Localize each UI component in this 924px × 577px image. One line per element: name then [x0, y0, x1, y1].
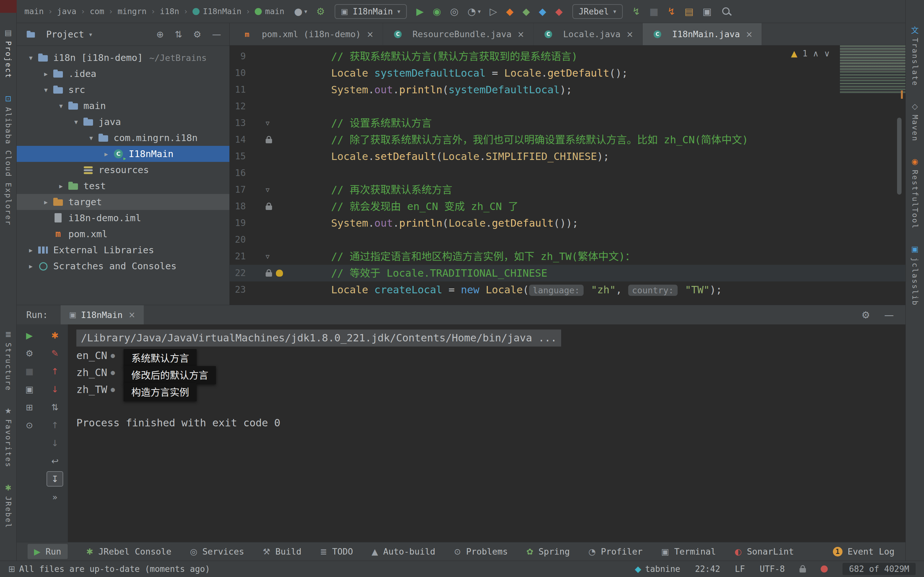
code-minimap[interactable] [840, 45, 905, 93]
toolwindow-event-log[interactable]: 1Event Log [833, 546, 895, 556]
tree-toggle-icon[interactable]: ▾ [69, 118, 82, 126]
run-settings-icon[interactable]: ⚙ [21, 346, 38, 361]
user-menu-icon[interactable]: ●▾ [294, 6, 307, 17]
chevron-down-icon[interactable]: ▾ [89, 31, 92, 38]
stop-icon[interactable]: ■ [21, 364, 38, 379]
line-number[interactable]: 21 [230, 248, 248, 265]
tree-toggle-icon[interactable]: ▾ [39, 86, 52, 94]
tab-pom-xml-i18n-demo[interactable]: pom.xml (i18n-demo)× [232, 23, 383, 45]
tree-item-resources[interactable]: resources [17, 162, 229, 178]
settings-icon[interactable]: ⚙ [193, 29, 201, 40]
close-icon[interactable]: × [517, 29, 525, 39]
open-project-icon[interactable]: ▤ [684, 6, 693, 17]
pin-icon[interactable]: ⊙ [21, 417, 38, 433]
tree-toggle-icon[interactable]: ▸ [24, 262, 37, 270]
jrebel-combo[interactable]: JRebel ▾ [572, 4, 623, 19]
line-number[interactable]: 14 [230, 131, 248, 148]
tab-locale-java[interactable]: Locale.java× [533, 23, 643, 45]
scroll-to-end-icon[interactable]: ↧ [47, 471, 63, 487]
down-stack-icon[interactable]: ↓ [47, 382, 63, 397]
tree-toggle-icon[interactable]: ▾ [85, 134, 97, 142]
jrebel-remote-run-icon[interactable]: ◆ [539, 6, 546, 17]
layout-icon[interactable]: ⊞ [21, 400, 38, 415]
line-number[interactable]: 15 [230, 148, 248, 165]
stripe-button-structure[interactable]: ≣Structure [3, 329, 13, 392]
line-number[interactable]: 9 [230, 48, 248, 65]
stripe-button-translate[interactable]: 文Translate [910, 24, 920, 87]
profiler-icon[interactable]: ◔▾ [467, 6, 481, 17]
close-icon[interactable]: × [746, 29, 753, 39]
stripe-button-jrebel[interactable]: ✱JRebel [3, 483, 13, 529]
tree-toggle-icon[interactable]: ▸ [24, 246, 37, 254]
capture-icon[interactable]: ▣ [21, 382, 38, 397]
code-editor[interactable]: 9// 获取系统默认方言(默认方言获取到的是系统语言)10Locale syst… [230, 45, 905, 305]
tab-i18nmain-java[interactable]: I18nMain.java× [643, 23, 762, 45]
line-number[interactable]: 16 [230, 165, 248, 181]
code-text[interactable]: Locale.setDefault(Locale.SIMPLIFIED_CHIN… [299, 148, 609, 165]
tree-toggle-icon[interactable]: ▸ [39, 70, 52, 78]
run-settings-icon[interactable]: ⚙ [861, 309, 870, 321]
breadcrumb-java[interactable]: java [57, 7, 76, 16]
line-number[interactable]: 19 [230, 215, 248, 231]
code-text[interactable]: Locale createLocal = new Locale(language… [299, 282, 722, 298]
close-icon[interactable]: × [128, 310, 136, 319]
line-number[interactable]: 11 [230, 81, 248, 98]
breadcrumb-main[interactable]: main [24, 7, 44, 16]
toolwindow-terminal[interactable]: ▣Terminal [661, 546, 716, 556]
toolwindow-run[interactable]: ▶Run [27, 544, 68, 559]
sonarlint-status-icon[interactable] [821, 566, 828, 572]
up-stack-icon[interactable]: ↑ [47, 364, 63, 379]
stripe-button-favorites[interactable]: ★Favorites [3, 406, 13, 468]
jrebel-remote-debug-icon[interactable]: ◆ [556, 6, 563, 17]
run-icon[interactable]: ▶ [417, 6, 424, 17]
tree-toggle-icon[interactable]: ▸ [55, 182, 67, 190]
code-text[interactable]: // 除了获取系统默认方言外，我们也可以明确设置系统默认方言。比如 zh_CN(… [299, 131, 748, 148]
line-number[interactable]: 13 [230, 115, 248, 131]
run-anything-icon[interactable]: ▷ [489, 6, 497, 17]
collapse-all-icon[interactable]: ⇅ [174, 29, 182, 40]
line-number[interactable]: 22 [230, 265, 248, 282]
sort-icon[interactable]: ⇅ [47, 400, 63, 415]
code-text[interactable]: // 就会发现由 en_CN 变成 zh_CN 了 [299, 198, 519, 215]
code-text[interactable]: // 设置系统默认方言 [299, 115, 432, 131]
stripe-button-maven[interactable]: ◇Maven [910, 101, 920, 142]
code-text[interactable]: // 等效于 Locale.TRADITIONAL_CHINESE [299, 265, 548, 282]
hide-panel-icon[interactable]: — [212, 29, 221, 40]
coverage-icon[interactable]: ◎ [450, 6, 459, 17]
tree-item-i18n-demo-iml[interactable]: i18n-demo.iml [17, 210, 229, 226]
toolwindow-todo[interactable]: ≣TODO [320, 546, 353, 556]
tree-item-i18nmain[interactable]: ▸I18nMain [17, 146, 229, 162]
tree-toggle-icon[interactable]: ▾ [55, 102, 67, 110]
prev-occurrence-icon[interactable]: ↑ [47, 417, 63, 433]
editor-scrollbar[interactable] [897, 118, 901, 195]
stripe-button-alibaba-cloud-explorer[interactable]: ⊡Alibaba Cloud Explorer [3, 93, 13, 226]
breadcrumb-mingrn[interactable]: mingrn [118, 7, 146, 16]
toolwindow-auto-build[interactable]: ▲Auto-build [372, 546, 435, 556]
rerun-icon[interactable]: ▶ [21, 327, 38, 343]
breadcrumb-i18nmain[interactable]: I18nMain [192, 7, 241, 16]
toolwindow-problems[interactable]: ⊙Problems [454, 546, 508, 556]
breadcrumb-main[interactable]: main [255, 7, 284, 16]
line-number[interactable]: 10 [230, 65, 248, 81]
code-text[interactable]: System.out.println(Locale.getDefault()); [299, 215, 578, 231]
rebel-agent-icon[interactable]: ↯ [632, 6, 640, 17]
fold-region-icon[interactable]: ▿ [266, 181, 270, 198]
close-icon[interactable]: × [367, 29, 374, 39]
readonly-lock-icon[interactable] [800, 568, 806, 572]
encoding-indicator[interactable]: UTF-8 [760, 564, 785, 574]
tree-toggle-icon[interactable]: ▸ [100, 150, 113, 158]
breadcrumb-i18n[interactable]: i18n [160, 7, 179, 16]
tree-item-com-mingrn-i18n[interactable]: ▾com.mingrn.i18n [17, 130, 229, 146]
code-text[interactable] [299, 165, 331, 181]
stripe-button-restfultool[interactable]: ◉RestfulTool [910, 156, 920, 229]
run-console[interactable]: /Library/Java/JavaVirtualMachines/jdk1.8… [68, 324, 905, 542]
memory-indicator[interactable]: 682 of 4029M [843, 563, 916, 575]
code-text[interactable]: System.out.println(systemDefaultLocal); [299, 81, 572, 98]
tabnine-status[interactable]: ◆ tabnine [635, 564, 680, 574]
toolwindow-profiler[interactable]: ◔Profiler [588, 546, 643, 556]
tree-item-java[interactable]: ▾java [17, 114, 229, 130]
tree-item-src[interactable]: ▾src [17, 82, 229, 98]
locate-file-icon[interactable]: ⊕ [156, 29, 164, 40]
inspection-widget[interactable]: ▲ 1 ∧ ∨ [791, 49, 830, 58]
debug-icon[interactable]: ◉ [433, 6, 441, 17]
